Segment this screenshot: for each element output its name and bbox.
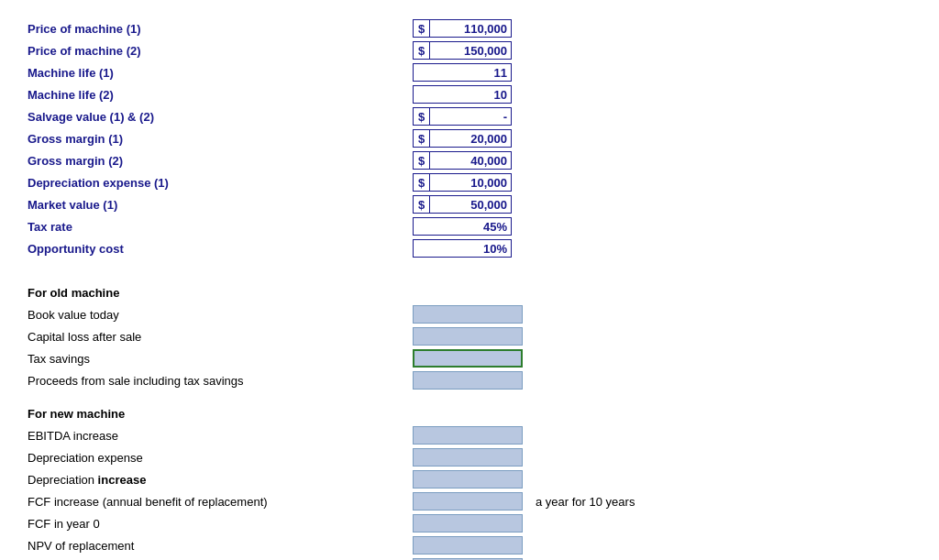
old-label-3: Proceeds from sale including tax savings bbox=[28, 374, 413, 388]
old-machine-section: Book value todayCapital loss after saleT… bbox=[28, 304, 911, 390]
value-box-4[interactable]: - bbox=[429, 107, 512, 126]
input-label-1: Price of machine (2) bbox=[28, 44, 413, 58]
new-row-2: Depreciation increase bbox=[28, 469, 911, 489]
value-box-9[interactable]: 45% bbox=[413, 217, 512, 236]
new-machine-header: For new machine bbox=[28, 407, 413, 421]
old-row-1: Capital loss after sale bbox=[28, 326, 911, 346]
old-label-2: Tax savings bbox=[28, 352, 413, 366]
input-label-3: Machine life (2) bbox=[28, 88, 413, 102]
old-label-1: Capital loss after sale bbox=[28, 330, 413, 344]
input-cell-0[interactable]: $110,000 bbox=[413, 19, 512, 38]
input-label-9: Tax rate bbox=[28, 220, 413, 234]
input-row-0: Price of machine (1)$110,000 bbox=[28, 18, 911, 38]
input-cell-7[interactable]: $10,000 bbox=[413, 173, 512, 192]
new-row-4: FCF in year 0 bbox=[28, 513, 911, 533]
new-cell-1[interactable] bbox=[413, 448, 523, 467]
input-row-3: Machine life (2)10 bbox=[28, 84, 911, 104]
input-label-0: Price of machine (1) bbox=[28, 22, 413, 36]
old-cell-3[interactable] bbox=[413, 371, 523, 390]
old-row-0: Book value today bbox=[28, 304, 911, 324]
dollar-sign-7: $ bbox=[413, 173, 429, 192]
input-cell-6[interactable]: $40,000 bbox=[413, 151, 512, 170]
input-row-1: Price of machine (2)$150,000 bbox=[28, 40, 911, 60]
new-cell-5[interactable] bbox=[413, 536, 523, 555]
dollar-sign-4: $ bbox=[413, 107, 429, 126]
inputs-section: Price of machine (1)$110,000Price of mac… bbox=[28, 18, 911, 258]
input-row-2: Machine life (1)11 bbox=[28, 62, 911, 82]
input-label-5: Gross margin (1) bbox=[28, 132, 413, 146]
new-label-3: FCF increase (annual benefit of replacem… bbox=[28, 495, 413, 509]
new-machine-header-row: For new machine bbox=[28, 403, 911, 423]
new-label-5: NPV of replacement bbox=[28, 539, 413, 553]
value-box-3[interactable]: 10 bbox=[413, 85, 512, 104]
input-label-2: Machine life (1) bbox=[28, 66, 413, 80]
dollar-sign-1: $ bbox=[413, 41, 429, 60]
old-label-0: Book value today bbox=[28, 308, 413, 322]
input-cell-5[interactable]: $20,000 bbox=[413, 129, 512, 148]
page: Price of machine (1)$110,000Price of mac… bbox=[0, 0, 939, 560]
value-box-6[interactable]: 40,000 bbox=[429, 151, 512, 170]
input-label-6: Gross margin (2) bbox=[28, 154, 413, 168]
value-box-10[interactable]: 10% bbox=[413, 239, 512, 258]
value-box-5[interactable]: 20,000 bbox=[429, 129, 512, 148]
new-row-1: Depreciation expense bbox=[28, 447, 911, 467]
input-cell-10[interactable]: 10% bbox=[413, 239, 512, 258]
value-box-2[interactable]: 11 bbox=[413, 63, 512, 82]
input-cell-8[interactable]: $50,000 bbox=[413, 195, 512, 214]
new-label-4: FCF in year 0 bbox=[28, 517, 413, 531]
annual-note-3: a year for 10 years bbox=[536, 495, 635, 509]
input-cell-4[interactable]: $- bbox=[413, 107, 512, 126]
new-label-0: EBITDA increase bbox=[28, 429, 413, 443]
old-row-3: Proceeds from sale including tax savings bbox=[28, 370, 911, 390]
input-label-10: Opportunity cost bbox=[28, 242, 413, 256]
value-box-8[interactable]: 50,000 bbox=[429, 195, 512, 214]
new-row-3: FCF increase (annual benefit of replacem… bbox=[28, 491, 911, 511]
old-cell-2[interactable] bbox=[413, 349, 523, 368]
input-row-4: Salvage value (1) & (2)$- bbox=[28, 106, 911, 126]
input-cell-3[interactable]: 10 bbox=[413, 85, 512, 104]
value-box-1[interactable]: 150,000 bbox=[429, 41, 512, 60]
input-label-7: Depreciation expense (1) bbox=[28, 176, 413, 190]
value-box-7[interactable]: 10,000 bbox=[429, 173, 512, 192]
old-machine-header: For old machine bbox=[28, 286, 413, 300]
new-label-1: Depreciation expense bbox=[28, 451, 413, 465]
dollar-sign-8: $ bbox=[413, 195, 429, 214]
new-label-2: Depreciation increase bbox=[28, 473, 413, 487]
dollar-sign-5: $ bbox=[413, 129, 429, 148]
input-row-6: Gross margin (2)$40,000 bbox=[28, 150, 911, 170]
value-box-0[interactable]: 110,000 bbox=[429, 19, 512, 38]
input-label-8: Market value (1) bbox=[28, 198, 413, 212]
dollar-sign-6: $ bbox=[413, 151, 429, 170]
old-cell-1[interactable] bbox=[413, 327, 523, 346]
new-cell-4[interactable] bbox=[413, 514, 523, 533]
new-cell-3[interactable] bbox=[413, 492, 523, 511]
new-cell-2[interactable] bbox=[413, 470, 523, 489]
new-row-0: EBITDA increase bbox=[28, 425, 911, 445]
new-row-5: NPV of replacement bbox=[28, 535, 911, 555]
input-cell-2[interactable]: 11 bbox=[413, 63, 512, 82]
dollar-sign-0: $ bbox=[413, 19, 429, 38]
new-machine-section: EBITDA increaseDepreciation expenseDepre… bbox=[28, 425, 911, 560]
input-label-4: Salvage value (1) & (2) bbox=[28, 110, 413, 124]
old-machine-header-row: For old machine bbox=[28, 282, 911, 302]
input-row-5: Gross margin (1)$20,000 bbox=[28, 128, 911, 148]
old-row-2: Tax savings bbox=[28, 348, 911, 368]
old-cell-0[interactable] bbox=[413, 305, 523, 324]
input-row-10: Opportunity cost10% bbox=[28, 238, 911, 258]
input-row-8: Market value (1)$50,000 bbox=[28, 194, 911, 214]
input-cell-9[interactable]: 45% bbox=[413, 217, 512, 236]
input-row-9: Tax rate45% bbox=[28, 216, 911, 236]
input-cell-1[interactable]: $150,000 bbox=[413, 41, 512, 60]
input-row-7: Depreciation expense (1)$10,000 bbox=[28, 172, 911, 192]
new-cell-0[interactable] bbox=[413, 426, 523, 445]
